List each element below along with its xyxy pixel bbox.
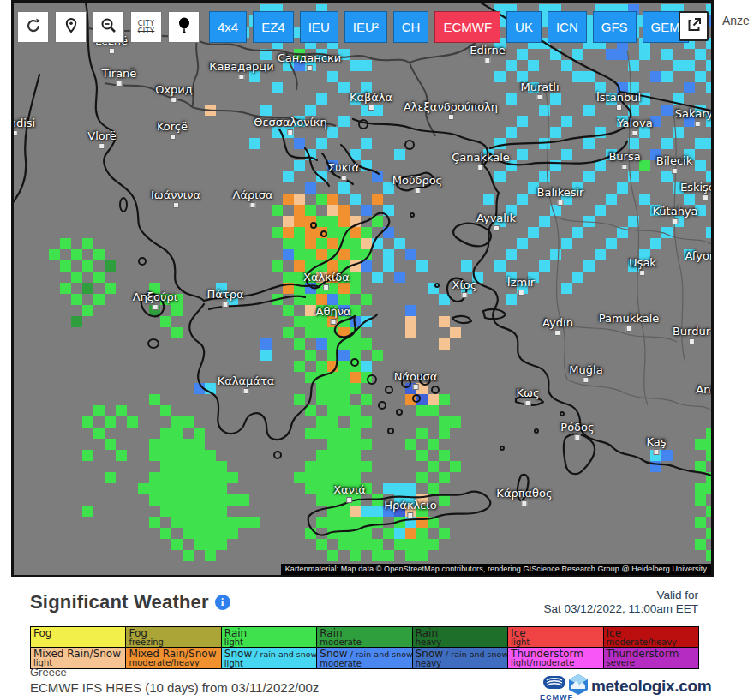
legend-cell: Icelight xyxy=(508,627,603,648)
city-name: Θεσσαλονίκη xyxy=(254,116,327,129)
city-label: Καλαμάτα xyxy=(218,374,275,394)
city-label: Θεσσαλονίκη xyxy=(254,116,327,135)
city-marker xyxy=(653,449,659,455)
city-marker xyxy=(632,130,638,136)
model-buttons: 4x4EZ4IEUIEU²CHECMWFUKICNGFSGEM xyxy=(209,11,689,43)
city-marker xyxy=(575,434,581,440)
city-label: Uşak xyxy=(629,256,656,276)
model-button-ieu²[interactable]: IEU² xyxy=(344,11,387,43)
city-marker xyxy=(673,218,679,224)
city-name: Aydın xyxy=(542,316,573,329)
city-marker xyxy=(330,319,336,325)
city-label: Κάρπαθος xyxy=(496,487,552,506)
model-button-uk[interactable]: UK xyxy=(506,11,542,43)
city-label: Bursa xyxy=(608,150,640,170)
info-icon[interactable]: i xyxy=(215,595,230,610)
city-name: Ayvalık xyxy=(476,212,516,224)
city-label: Λάρισα xyxy=(233,188,273,208)
city-name: Antalya xyxy=(696,383,714,396)
tool-balloon-button[interactable] xyxy=(168,11,200,43)
city-label: Sakarya xyxy=(675,107,714,127)
model-button-icn[interactable]: ICN xyxy=(548,11,587,43)
legend-cell-sub: moderate xyxy=(320,660,411,668)
legend-row: Mixed Rain/SnowlightMixed Rain/Snowmoder… xyxy=(31,648,699,669)
model-button-gfs[interactable]: GFS xyxy=(593,11,637,43)
city-name: Bursa xyxy=(608,150,640,163)
city-name: Kütahya xyxy=(652,205,697,218)
model-button-ecmwf[interactable]: ECMWF xyxy=(434,11,500,43)
city-label: Eskişehir xyxy=(680,181,714,200)
weather-map[interactable]: LezhëTiranëОхридКавадарциСанданскиΚαβάλα… xyxy=(11,0,714,577)
refresh-icon xyxy=(25,17,42,38)
city-labels-icon: CITYCITY xyxy=(138,20,155,35)
legend-cell: Thunderstormsevere xyxy=(603,648,698,669)
tool-refresh-button[interactable] xyxy=(17,11,49,43)
meteologix-logo[interactable]: meteologix.com xyxy=(568,673,711,699)
legend-cell: Snow / rain and snowmoderate xyxy=(317,648,412,669)
model-button-ch[interactable]: CH xyxy=(393,11,429,43)
city-marker xyxy=(323,284,329,290)
city-name: Συκιά xyxy=(328,161,359,174)
city-name: Afyonkarahisar xyxy=(685,249,714,262)
page: { "anzeige_label": "Anze", "toolbar": { … xyxy=(0,0,754,700)
legend-cell-sub: light xyxy=(224,638,316,647)
city-name: Χανιά xyxy=(333,483,366,496)
city-marker xyxy=(524,400,530,406)
city-name: Κάρπαθος xyxy=(496,487,552,500)
model-button-ieu[interactable]: IEU xyxy=(300,11,338,43)
city-name: Burdur xyxy=(673,325,710,338)
city-name: Çanakkale xyxy=(452,151,510,164)
city-label: Muratlı xyxy=(520,81,559,100)
city-marker xyxy=(672,168,678,174)
share-button[interactable] xyxy=(679,11,709,41)
city-name: Pamukkale xyxy=(599,312,660,325)
city-name: Brindisi xyxy=(11,117,35,129)
city-name: Yalova xyxy=(617,117,652,129)
city-marker xyxy=(703,194,709,200)
city-marker xyxy=(223,302,229,308)
tool-location-button[interactable] xyxy=(55,11,87,43)
valid-for-datetime: Sat 03/12/2022, 11:00am EET xyxy=(543,602,698,616)
city-label: Ληξούρι xyxy=(133,290,178,310)
city-label: Pamukkale xyxy=(599,312,660,332)
city-marker xyxy=(522,500,528,506)
city-marker xyxy=(171,97,177,103)
model-button-4x4[interactable]: 4x4 xyxy=(209,11,247,43)
city-label: Μούδρος xyxy=(392,174,442,194)
city-marker xyxy=(108,48,114,54)
city-label: Balıkesir xyxy=(537,186,584,206)
legend-cell: Fog xyxy=(31,627,126,648)
legend-cell: Rainmoderate xyxy=(317,627,412,648)
city-marker xyxy=(558,200,564,206)
tool-city-labels-button[interactable]: CITYCITY xyxy=(130,11,162,43)
city-label: Korçë xyxy=(157,120,188,140)
city-label: Kaş xyxy=(646,435,666,455)
legend-cell-sub: light xyxy=(511,638,602,647)
legend-cell: Rainheavy xyxy=(412,627,507,648)
legend-table-body: FogFogfreezingRainlightRainmoderateRainh… xyxy=(31,627,699,669)
city-name: Μούδρος xyxy=(392,174,442,187)
tool-zoom-out-button[interactable] xyxy=(93,11,124,43)
city-name: Кавадарци xyxy=(209,60,273,73)
legend-cell: Icemoderate/heavy xyxy=(603,627,698,648)
city-name: İzmir xyxy=(507,276,535,289)
legend-cell-suffix: / rain and snow xyxy=(443,649,508,659)
city-label: Χανιά xyxy=(333,483,366,503)
legend-cell: Mixed Rain/Snowmoderate/heavy xyxy=(126,648,221,669)
city-label: Çanakkale xyxy=(452,151,510,171)
city-label: Bilecik xyxy=(656,154,692,174)
city-label: Tiranë xyxy=(102,67,137,87)
legend-cell-main: Snow xyxy=(224,648,252,660)
city-label: Κως xyxy=(516,386,539,406)
city-marker xyxy=(152,304,158,310)
city-marker xyxy=(518,290,524,296)
city-marker xyxy=(622,164,628,170)
city-label: Νάουσα xyxy=(394,370,438,390)
legend-cell: Thunderstormlight/moderate xyxy=(508,648,603,669)
city-name: Edirne xyxy=(470,44,505,57)
city-marker xyxy=(639,270,645,276)
city-marker xyxy=(12,130,18,136)
city-name: Πάτρα xyxy=(207,288,244,301)
model-button-ez4[interactable]: EZ4 xyxy=(253,11,294,43)
city-name: Αθήνα xyxy=(316,305,351,318)
